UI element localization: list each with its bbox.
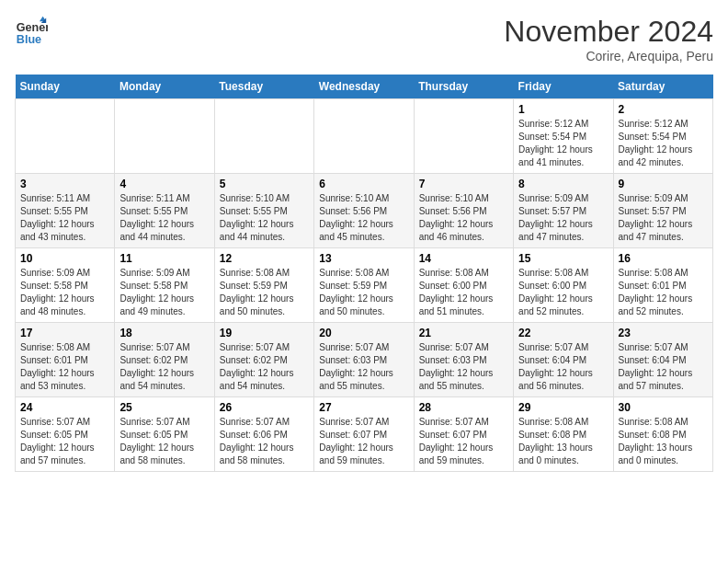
day-number: 5 bbox=[220, 178, 309, 190]
day-info: Sunrise: 5:11 AMSunset: 5:55 PMDaylight:… bbox=[119, 192, 209, 244]
day-info: Sunrise: 5:07 AMSunset: 6:06 PMDaylight:… bbox=[220, 416, 309, 467]
calendar-cell: 15Sunrise: 5:08 AMSunset: 6:00 PMDayligh… bbox=[514, 248, 613, 323]
day-info: Sunrise: 5:07 AMSunset: 6:05 PMDaylight:… bbox=[20, 416, 109, 467]
day-info: Sunrise: 5:12 AMSunset: 5:54 PMDaylight:… bbox=[518, 118, 608, 169]
week-row-3: 10Sunrise: 5:09 AMSunset: 5:58 PMDayligh… bbox=[16, 248, 713, 323]
day-number: 4 bbox=[119, 178, 209, 190]
calendar-cell: 5Sunrise: 5:10 AMSunset: 5:55 PMDaylight… bbox=[214, 174, 313, 248]
day-info: Sunrise: 5:10 AMSunset: 5:56 PMDaylight:… bbox=[319, 192, 408, 244]
day-number: 12 bbox=[220, 252, 309, 265]
calendar-cell: 11Sunrise: 5:09 AMSunset: 5:58 PMDayligh… bbox=[115, 248, 214, 323]
day-number: 8 bbox=[518, 178, 608, 190]
day-number: 23 bbox=[619, 327, 708, 339]
day-info: Sunrise: 5:08 AMSunset: 6:00 PMDaylight:… bbox=[518, 267, 608, 318]
month-title: November 2024 bbox=[504, 15, 713, 49]
calendar-cell bbox=[16, 99, 115, 174]
day-info: Sunrise: 5:08 AMSunset: 5:59 PMDaylight:… bbox=[220, 267, 309, 318]
calendar-cell: 22Sunrise: 5:07 AMSunset: 6:04 PMDayligh… bbox=[514, 323, 613, 397]
calendar-cell: 2Sunrise: 5:12 AMSunset: 5:54 PMDaylight… bbox=[613, 99, 712, 174]
calendar-cell: 9Sunrise: 5:09 AMSunset: 5:57 PMDaylight… bbox=[613, 174, 712, 248]
week-row-1: 1Sunrise: 5:12 AMSunset: 5:54 PMDaylight… bbox=[16, 99, 713, 174]
day-info: Sunrise: 5:08 AMSunset: 6:08 PMDaylight:… bbox=[518, 416, 608, 467]
day-info: Sunrise: 5:11 AMSunset: 5:55 PMDaylight:… bbox=[20, 192, 109, 244]
calendar-cell: 10Sunrise: 5:09 AMSunset: 5:58 PMDayligh… bbox=[16, 248, 115, 323]
calendar-cell: 17Sunrise: 5:08 AMSunset: 6:01 PMDayligh… bbox=[16, 323, 115, 397]
calendar-cell bbox=[214, 99, 313, 174]
day-number: 2 bbox=[619, 103, 708, 116]
logo: General Blue bbox=[15, 15, 48, 48]
calendar-cell: 12Sunrise: 5:08 AMSunset: 5:59 PMDayligh… bbox=[214, 248, 313, 323]
weekday-header-monday: Monday bbox=[115, 75, 214, 99]
day-info: Sunrise: 5:07 AMSunset: 6:03 PMDaylight:… bbox=[319, 341, 408, 393]
weekday-header-row: SundayMondayTuesdayWednesdayThursdayFrid… bbox=[16, 75, 713, 99]
calendar-cell: 19Sunrise: 5:07 AMSunset: 6:02 PMDayligh… bbox=[214, 323, 313, 397]
calendar-cell: 30Sunrise: 5:08 AMSunset: 6:08 PMDayligh… bbox=[613, 397, 712, 472]
day-info: Sunrise: 5:07 AMSunset: 6:07 PMDaylight:… bbox=[319, 416, 408, 467]
calendar-cell: 25Sunrise: 5:07 AMSunset: 6:05 PMDayligh… bbox=[115, 397, 214, 472]
calendar-cell: 8Sunrise: 5:09 AMSunset: 5:57 PMDaylight… bbox=[514, 174, 613, 248]
weekday-header-wednesday: Wednesday bbox=[314, 75, 414, 99]
day-info: Sunrise: 5:07 AMSunset: 6:03 PMDaylight:… bbox=[419, 341, 508, 393]
day-number: 22 bbox=[518, 327, 608, 339]
week-row-4: 17Sunrise: 5:08 AMSunset: 6:01 PMDayligh… bbox=[16, 323, 713, 397]
calendar-cell: 29Sunrise: 5:08 AMSunset: 6:08 PMDayligh… bbox=[514, 397, 613, 472]
day-number: 21 bbox=[419, 327, 508, 339]
weekday-header-friday: Friday bbox=[514, 75, 613, 99]
day-number: 29 bbox=[518, 401, 608, 414]
day-info: Sunrise: 5:08 AMSunset: 6:01 PMDaylight:… bbox=[619, 267, 708, 318]
day-info: Sunrise: 5:07 AMSunset: 6:05 PMDaylight:… bbox=[119, 416, 209, 467]
calendar-cell: 24Sunrise: 5:07 AMSunset: 6:05 PMDayligh… bbox=[16, 397, 115, 472]
day-info: Sunrise: 5:07 AMSunset: 6:02 PMDaylight:… bbox=[119, 341, 209, 393]
calendar-cell: 26Sunrise: 5:07 AMSunset: 6:06 PMDayligh… bbox=[214, 397, 313, 472]
day-number: 15 bbox=[518, 252, 608, 265]
week-row-2: 3Sunrise: 5:11 AMSunset: 5:55 PMDaylight… bbox=[16, 174, 713, 248]
day-info: Sunrise: 5:10 AMSunset: 5:56 PMDaylight:… bbox=[419, 192, 508, 244]
day-number: 30 bbox=[619, 401, 708, 414]
svg-text:Blue: Blue bbox=[17, 33, 41, 46]
calendar-cell: 21Sunrise: 5:07 AMSunset: 6:03 PMDayligh… bbox=[414, 323, 513, 397]
day-info: Sunrise: 5:10 AMSunset: 5:55 PMDaylight:… bbox=[220, 192, 309, 244]
day-info: Sunrise: 5:12 AMSunset: 5:54 PMDaylight:… bbox=[619, 118, 708, 169]
calendar-cell bbox=[314, 99, 414, 174]
day-info: Sunrise: 5:08 AMSunset: 6:00 PMDaylight:… bbox=[419, 267, 508, 318]
calendar-table: SundayMondayTuesdayWednesdayThursdayFrid… bbox=[15, 75, 713, 472]
day-number: 13 bbox=[319, 252, 408, 265]
day-number: 24 bbox=[20, 401, 109, 414]
day-number: 25 bbox=[119, 401, 209, 414]
calendar-cell bbox=[414, 99, 513, 174]
day-info: Sunrise: 5:08 AMSunset: 6:01 PMDaylight:… bbox=[20, 341, 109, 393]
calendar-cell: 27Sunrise: 5:07 AMSunset: 6:07 PMDayligh… bbox=[314, 397, 414, 472]
day-number: 28 bbox=[419, 401, 508, 414]
calendar-cell: 14Sunrise: 5:08 AMSunset: 6:00 PMDayligh… bbox=[414, 248, 513, 323]
day-number: 27 bbox=[319, 401, 408, 414]
day-info: Sunrise: 5:07 AMSunset: 6:07 PMDaylight:… bbox=[419, 416, 508, 467]
calendar-cell: 28Sunrise: 5:07 AMSunset: 6:07 PMDayligh… bbox=[414, 397, 513, 472]
location: Corire, Arequipa, Peru bbox=[504, 49, 713, 63]
day-number: 20 bbox=[319, 327, 408, 339]
calendar-cell: 20Sunrise: 5:07 AMSunset: 6:03 PMDayligh… bbox=[314, 323, 414, 397]
day-info: Sunrise: 5:09 AMSunset: 5:57 PMDaylight:… bbox=[518, 192, 608, 244]
day-number: 7 bbox=[419, 178, 508, 190]
day-info: Sunrise: 5:09 AMSunset: 5:57 PMDaylight:… bbox=[619, 192, 708, 244]
weekday-header-saturday: Saturday bbox=[613, 75, 712, 99]
calendar-cell bbox=[115, 99, 214, 174]
day-info: Sunrise: 5:09 AMSunset: 5:58 PMDaylight:… bbox=[119, 267, 209, 318]
day-number: 17 bbox=[20, 327, 109, 339]
day-number: 10 bbox=[20, 252, 109, 265]
weekday-header-sunday: Sunday bbox=[16, 75, 115, 99]
page-header: General Blue November 2024 Corire, Arequ… bbox=[15, 15, 713, 63]
day-info: Sunrise: 5:08 AMSunset: 6:08 PMDaylight:… bbox=[619, 416, 708, 467]
day-number: 19 bbox=[220, 327, 309, 339]
day-info: Sunrise: 5:07 AMSunset: 6:04 PMDaylight:… bbox=[518, 341, 608, 393]
weekday-header-thursday: Thursday bbox=[414, 75, 513, 99]
calendar-cell: 23Sunrise: 5:07 AMSunset: 6:04 PMDayligh… bbox=[613, 323, 712, 397]
day-number: 11 bbox=[119, 252, 209, 265]
day-info: Sunrise: 5:09 AMSunset: 5:58 PMDaylight:… bbox=[20, 267, 109, 318]
day-number: 16 bbox=[619, 252, 708, 265]
logo-icon: General Blue bbox=[15, 15, 48, 48]
day-number: 9 bbox=[619, 178, 708, 190]
day-info: Sunrise: 5:07 AMSunset: 6:04 PMDaylight:… bbox=[619, 341, 708, 393]
calendar-cell: 3Sunrise: 5:11 AMSunset: 5:55 PMDaylight… bbox=[16, 174, 115, 248]
calendar-cell: 1Sunrise: 5:12 AMSunset: 5:54 PMDaylight… bbox=[514, 99, 613, 174]
calendar-cell: 4Sunrise: 5:11 AMSunset: 5:55 PMDaylight… bbox=[115, 174, 214, 248]
